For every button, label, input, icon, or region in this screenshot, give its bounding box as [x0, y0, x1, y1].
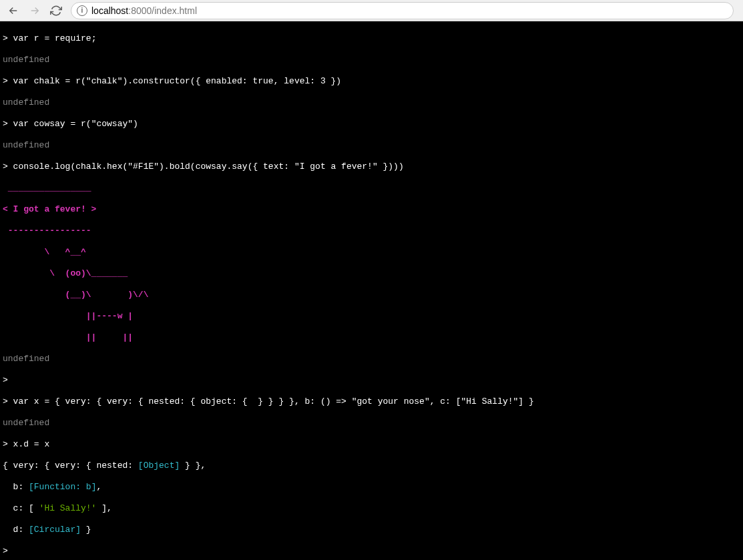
cowsay-art: ----------------: [3, 226, 740, 236]
browser-toolbar: i localhost:8000/index.html: [0, 0, 743, 21]
repl-output: undefined: [3, 354, 740, 364]
cowsay-art: \ ^__^: [3, 247, 740, 258]
object-tag: [Object]: [138, 461, 180, 471]
reload-button[interactable]: [47, 1, 65, 20]
repl-output: { very: { very: { nested:: [3, 461, 138, 471]
repl-input: x.d = x: [13, 439, 50, 449]
url-port: :8000: [128, 5, 152, 16]
cowsay-art: ________________: [3, 183, 740, 194]
url-host: localhost: [91, 5, 128, 16]
repl-input: var chalk = r("chalk").constructor({ ena…: [13, 76, 341, 86]
function-tag: [Function: b]: [29, 482, 96, 492]
repl-output: undefined: [3, 55, 740, 65]
repl-input: var r = require;: [13, 33, 97, 43]
address-bar[interactable]: i localhost:8000/index.html: [71, 2, 734, 19]
cowsay-art: ||----w |: [3, 311, 740, 322]
repl-input: var cowsay = r("cowsay"): [13, 119, 138, 129]
back-button[interactable]: [4, 1, 23, 20]
cowsay-art: \ (oo)\_______: [3, 268, 740, 279]
repl-output: undefined: [3, 418, 740, 429]
repl-output: undefined: [3, 97, 740, 108]
repl-output: undefined: [3, 140, 740, 151]
repl-input: console.log(chalk.hex("#F1E").bold(cowsa…: [13, 162, 404, 172]
forward-button[interactable]: [25, 1, 44, 20]
url-path: /index.html: [152, 5, 197, 16]
terminal-output[interactable]: > var r = require; undefined > var chalk…: [0, 21, 743, 560]
repl-input: var x = { very: { very: { nested: { obje…: [13, 396, 534, 406]
string-value: 'Hi Sally!': [39, 503, 97, 513]
cowsay-art: < I got a fever! >: [3, 204, 740, 215]
cowsay-art: (__)\ )\/\: [3, 290, 740, 300]
info-icon[interactable]: i: [77, 5, 87, 16]
circular-tag: [Circular]: [29, 525, 81, 535]
cowsay-art: || ||: [3, 332, 740, 343]
